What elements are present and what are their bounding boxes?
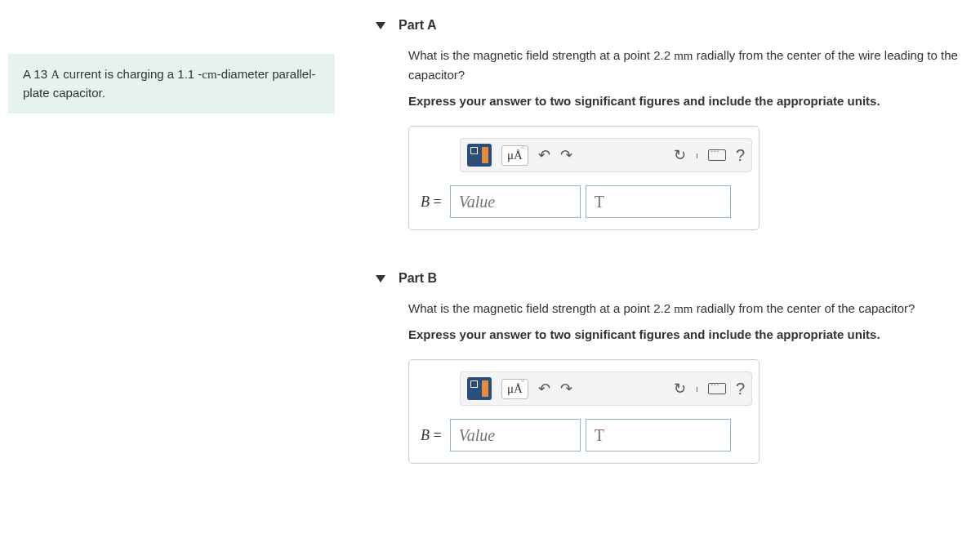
part-b-header[interactable]: Part B <box>376 263 972 299</box>
value-input[interactable] <box>450 185 581 218</box>
parts-column: Part A What is the magnetic field streng… <box>343 10 980 496</box>
part-a-label: Part A <box>399 18 437 33</box>
part-a-header[interactable]: Part A <box>376 10 972 46</box>
help-icon[interactable]: ? <box>736 146 745 165</box>
unit-input[interactable] <box>586 185 731 218</box>
small-icon: ı <box>696 151 698 160</box>
input-row: B = <box>421 185 747 218</box>
value-input[interactable] <box>450 419 581 451</box>
problem-text-1: A 13 <box>23 67 51 81</box>
units-button[interactable]: μÅ○ <box>501 379 528 399</box>
part-b-answer-box: μÅ○ ↶ ↷ ↻ ı ? B = <box>408 359 760 464</box>
reset-icon[interactable]: ↻ <box>674 380 686 398</box>
part-b-question: What is the magnetic field strength at a… <box>408 299 972 318</box>
answer-toolbar: μÅ○ ↶ ↷ ↻ ı ? <box>460 138 752 172</box>
problem-unit-2: cm <box>202 68 216 81</box>
redo-icon[interactable]: ↷ <box>560 146 572 164</box>
q-text: radially from the center of the capacito… <box>693 301 915 315</box>
part-a-question: What is the magnetic field strength at a… <box>408 46 972 85</box>
undo-icon[interactable]: ↶ <box>538 146 550 164</box>
part-b-instruction: Express your answer to two significant f… <box>408 325 972 345</box>
part-a-answer-box: μÅ○ ↶ ↷ ↻ ı ? B = <box>408 126 760 230</box>
redo-icon[interactable]: ↷ <box>560 380 572 398</box>
q-text: What is the magnetic field strength at a… <box>408 301 674 315</box>
reset-icon[interactable]: ↻ <box>674 146 686 164</box>
problem-statement: A 13 A current is charging a 1.1 -cm-dia… <box>8 54 335 113</box>
templates-icon[interactable] <box>467 144 492 167</box>
q-unit: mm <box>674 302 693 315</box>
keyboard-icon[interactable] <box>708 383 726 394</box>
input-row: B = <box>421 419 747 451</box>
templates-icon[interactable] <box>467 377 492 400</box>
problem-unit-1: A <box>51 68 60 81</box>
unit-input[interactable] <box>586 419 731 451</box>
part-a-instruction: Express your answer to two significant f… <box>408 91 972 111</box>
answer-toolbar: μÅ○ ↶ ↷ ↻ ı ? <box>460 371 752 406</box>
units-button[interactable]: μÅ○ <box>501 145 528 166</box>
undo-icon[interactable]: ↶ <box>538 380 550 398</box>
q-unit: mm <box>674 49 693 62</box>
variable-label: B = <box>421 193 442 211</box>
caret-down-icon <box>376 275 385 282</box>
caret-down-icon <box>376 22 385 29</box>
units-label: μÅ <box>507 382 523 395</box>
help-icon[interactable]: ? <box>736 380 745 398</box>
part-b-body: What is the magnetic field strength at a… <box>376 299 972 496</box>
units-label: μÅ <box>507 149 523 162</box>
page-container: A 13 A current is charging a 1.1 -cm-dia… <box>0 0 980 496</box>
small-icon: ı <box>696 385 698 394</box>
problem-text-2: current is charging a 1.1 - <box>60 67 202 81</box>
q-text: What is the magnetic field strength at a… <box>408 48 674 62</box>
problem-sidebar: A 13 A current is charging a 1.1 -cm-dia… <box>0 10 343 496</box>
keyboard-icon[interactable] <box>708 149 726 161</box>
variable-label: B = <box>421 427 442 444</box>
part-a-body: What is the magnetic field strength at a… <box>376 46 972 263</box>
part-b-label: Part B <box>399 271 437 286</box>
